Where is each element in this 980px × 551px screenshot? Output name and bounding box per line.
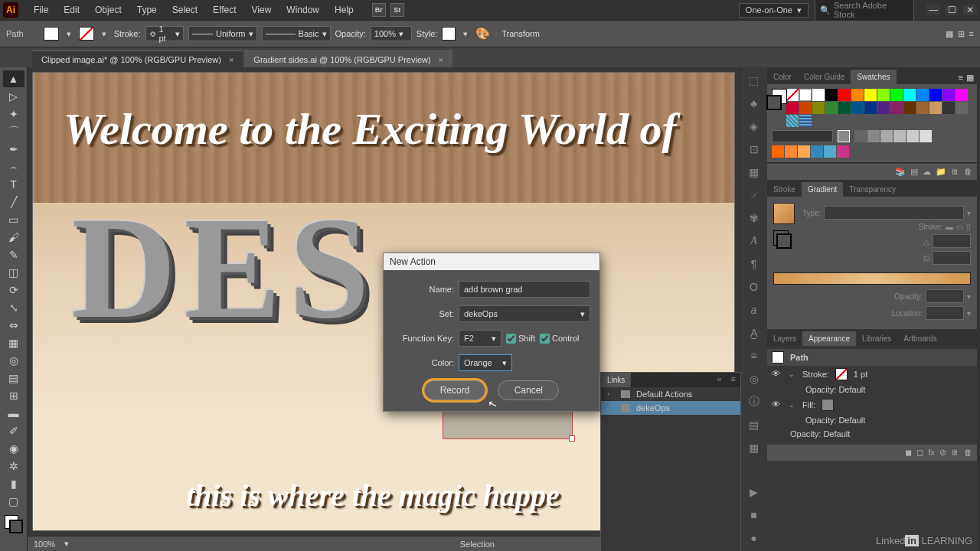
search-adobe-stock[interactable]: 🔍 Search Adobe Stock <box>815 0 914 21</box>
swatch-gray[interactable] <box>838 130 850 142</box>
minimize-button[interactable]: — <box>926 5 940 15</box>
stroke-dropdown[interactable]: ▾ <box>99 30 109 37</box>
appearance-fill-row[interactable]: 👁 ⌄ Fill: <box>767 396 977 413</box>
swatch-options-icon[interactable]: ☁ <box>923 167 931 177</box>
tab-stroke[interactable]: Stroke <box>767 182 802 197</box>
eraser-tool[interactable]: ◫ <box>3 264 24 281</box>
style-dd[interactable]: ▾ <box>460 30 471 37</box>
stroke-align-icon[interactable]: ▬ <box>946 223 953 231</box>
char-styles-icon[interactable]: A̲ <box>746 324 763 341</box>
swatch[interactable] <box>824 145 836 158</box>
workspace-switcher[interactable]: One-on-One ▾ <box>739 3 808 18</box>
blend-tool[interactable]: ◉ <box>3 440 24 457</box>
stroke-weight-select[interactable]: ≎1 pt▾ <box>145 26 184 41</box>
new-stroke-icon[interactable]: ◻ <box>916 448 923 458</box>
curvature-tool[interactable]: ⌢ <box>3 158 24 175</box>
menu-window[interactable]: Window <box>279 2 327 18</box>
pen-tool[interactable]: ✒ <box>3 141 24 158</box>
tab-layers[interactable]: Layers <box>767 331 802 346</box>
stroke-align-icon[interactable]: ▭ <box>956 223 963 231</box>
swatch[interactable] <box>890 89 903 101</box>
swatch[interactable] <box>838 102 851 114</box>
mesh-tool[interactable]: ⊞ <box>3 387 24 404</box>
bridge-icon[interactable]: Br <box>372 3 386 17</box>
stroke-align-icon[interactable]: ▯ <box>966 223 971 231</box>
swatch[interactable] <box>906 130 919 142</box>
close-tab-icon[interactable]: × <box>439 55 443 64</box>
swatch[interactable] <box>838 89 851 101</box>
action-name-input[interactable] <box>459 281 590 298</box>
stop-location[interactable] <box>926 306 964 320</box>
pathfinder-icon[interactable]: ▦ <box>746 164 763 181</box>
align2-icon[interactable]: ≡ <box>746 347 763 364</box>
tab-artboards[interactable]: Artboards <box>897 331 942 346</box>
appearance-opacity-row-2[interactable]: Opacity: Default <box>767 413 977 427</box>
style-swatch[interactable] <box>442 27 456 41</box>
line-tool[interactable]: ╱ <box>3 194 24 210</box>
rotate-tool[interactable]: ⟳ <box>3 282 24 298</box>
swatch[interactable] <box>825 89 838 101</box>
artboard-tool[interactable]: ▢ <box>3 493 24 510</box>
document-tab[interactable]: Gradient sides.ai @ 100% (RGB/GPU Previe… <box>244 51 452 67</box>
tab-appearance[interactable]: Appearance <box>802 331 856 346</box>
swatch[interactable] <box>798 145 810 158</box>
swatch[interactable] <box>877 102 890 114</box>
brushes-icon[interactable]: ⟋ <box>746 187 763 204</box>
gradient-ramp[interactable] <box>773 272 971 285</box>
close-button[interactable]: ✕ <box>963 5 977 15</box>
swatch[interactable] <box>864 102 877 114</box>
new-fill-icon[interactable]: ◼ <box>905 448 912 458</box>
menu-select[interactable]: Select <box>165 2 205 18</box>
properties-icon[interactable]: ⬚ <box>746 72 763 89</box>
shift-checkbox[interactable]: Shift <box>506 334 535 344</box>
swatch[interactable] <box>854 130 867 142</box>
shape-builder-tool[interactable]: ◎ <box>3 352 24 369</box>
selection-tool[interactable]: ▲ <box>3 70 24 87</box>
paragraph-icon[interactable]: ¶ <box>746 256 763 272</box>
panel-collapse-icon[interactable]: » <box>712 373 726 387</box>
delete-swatch-icon[interactable]: 🗑 <box>964 167 972 177</box>
color-themes-icon[interactable]: ◈ <box>746 118 763 135</box>
scale-tool[interactable]: ⤡ <box>3 299 24 316</box>
separations-icon[interactable]: ▤ <box>746 416 763 433</box>
free-transform-tool[interactable]: ▦ <box>3 334 24 351</box>
document-tab-active[interactable]: Clipped image.ai* @ 100% (RGB/GPU Previe… <box>32 51 243 67</box>
list-view-icon[interactable]: ≡ <box>959 73 963 83</box>
swatch[interactable] <box>877 89 890 101</box>
opentype-icon[interactable]: O <box>746 279 763 295</box>
swatch[interactable] <box>956 102 968 114</box>
fill-dropdown[interactable]: ▾ <box>64 30 74 37</box>
menu-view[interactable]: View <box>244 2 279 18</box>
disclosure-icon[interactable]: ⌄ <box>789 370 796 378</box>
menu-help[interactable]: Help <box>327 2 361 18</box>
swatch[interactable] <box>772 145 784 158</box>
angle-field[interactable] <box>933 234 971 248</box>
swatch[interactable] <box>785 145 797 158</box>
swatch-dark[interactable] <box>772 130 833 142</box>
gradient-type-select[interactable] <box>824 206 964 220</box>
crop-icon[interactable]: ⊡ <box>746 141 763 158</box>
recolor-icon[interactable]: 🎨 <box>475 27 490 41</box>
swatch[interactable] <box>956 89 968 101</box>
disclosure-icon[interactable]: › <box>607 390 615 398</box>
restore-button[interactable]: ☐ <box>945 5 959 15</box>
swatch[interactable] <box>893 130 906 142</box>
new-group-icon[interactable]: 📁 <box>936 167 946 177</box>
swatch[interactable] <box>903 89 916 101</box>
swatch[interactable] <box>916 102 929 114</box>
tab-color[interactable]: Color <box>767 70 798 84</box>
menu-type[interactable]: Type <box>129 2 165 18</box>
fill-stroke[interactable] <box>3 514 24 535</box>
lasso-tool[interactable]: ⌒ <box>3 123 24 140</box>
opacity-select[interactable]: 100%▾ <box>371 26 412 41</box>
control-checkbox[interactable]: Control <box>540 334 579 344</box>
fill-swatch[interactable] <box>822 399 834 411</box>
play-icon[interactable]: ▶ <box>746 484 763 500</box>
stroke-swatch[interactable] <box>835 368 848 380</box>
panel-menu-icon[interactable]: ≡ <box>727 373 740 387</box>
graph-tool[interactable]: ▮ <box>3 475 24 492</box>
character-icon[interactable]: A <box>746 233 763 249</box>
visibility-icon[interactable]: 👁 <box>772 399 782 410</box>
new-swatch-icon[interactable]: 🗎 <box>951 167 959 177</box>
appearance-stroke-row[interactable]: 👁 ⌄ Stroke: 1 pt <box>767 366 977 383</box>
